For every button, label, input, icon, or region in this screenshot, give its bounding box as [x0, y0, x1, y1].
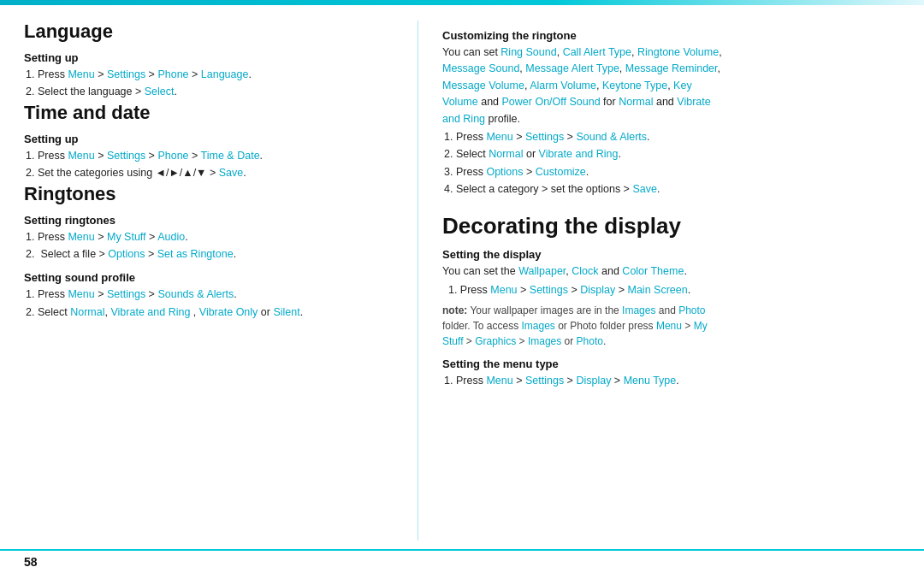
- section-title-language: Language: [24, 21, 392, 43]
- section-language: Language Setting up Press Menu > Setting…: [24, 21, 392, 101]
- left-column: Language Setting up Press Menu > Setting…: [24, 21, 392, 541]
- section-time-date: Time and date Setting up Press Menu > Se…: [24, 102, 392, 182]
- subsection-setting-up-2: Setting up: [24, 133, 392, 145]
- subsection-setting-menu-type: Setting the menu type Press Menu > Setti…: [442, 357, 900, 389]
- section-decorating-display: Decorating the display Setting the displ…: [442, 213, 900, 389]
- sound-profile-text: Press Menu > Settings > Sounds & Alerts.…: [24, 286, 392, 321]
- subsection-customizing-ringtone: Customizing the ringtone: [442, 29, 900, 42]
- time-date-setting-up-text: Press Menu > Settings > Phone > Time & D…: [24, 148, 392, 182]
- subsection-setting-sound-profile: Setting sound profile: [24, 271, 392, 284]
- customizing-ringtone-steps: Press Menu > Settings > Sound & Alerts. …: [442, 129, 900, 198]
- note-block: note: Your wallpaper images are in the I…: [442, 303, 900, 349]
- subsection-heading-menu-type: Setting the menu type: [442, 357, 900, 370]
- note-label: note:: [442, 304, 467, 316]
- setting-menu-type-steps: Press Menu > Settings > Display > Menu T…: [442, 373, 900, 389]
- section-title-time-date: Time and date: [24, 102, 392, 124]
- content-area: Language Setting up Press Menu > Setting…: [0, 5, 924, 549]
- language-setting-up-text: Press Menu > Settings > Phone > Language…: [24, 67, 392, 101]
- subsection-heading-setting-display: Setting the display: [442, 248, 900, 261]
- subsection-setting-display: Setting the display You can set the Wall…: [442, 248, 900, 349]
- page-number: 58: [24, 555, 38, 569]
- section-ringtones: Ringtones Setting ringtones Press Menu >…: [24, 183, 392, 322]
- right-column: Customizing the ringtone You can set Rin…: [418, 21, 900, 541]
- customizing-ringtone-intro: You can set Ring Sound, Call Alert Type,…: [442, 44, 900, 127]
- ringtones-setting-text: Press Menu > My Stuff > Audio. Select a …: [24, 229, 392, 263]
- section-customizing-ringtone: Customizing the ringtone You can set Rin…: [442, 29, 900, 198]
- section-title-ringtones: Ringtones: [24, 183, 392, 205]
- section-title-decorating-display: Decorating the display: [442, 213, 900, 239]
- page-container: Language Setting up Press Menu > Setting…: [0, 0, 924, 573]
- subsection-setting-up-1: Setting up: [24, 51, 392, 64]
- setting-display-steps: 1. Press Menu > Settings > Display > Mai…: [442, 282, 900, 298]
- setting-display-intro: You can set the Wallpaper, Clock and Col…: [442, 263, 900, 280]
- footer: 58: [0, 549, 924, 573]
- subsection-setting-ringtones: Setting ringtones: [24, 214, 392, 227]
